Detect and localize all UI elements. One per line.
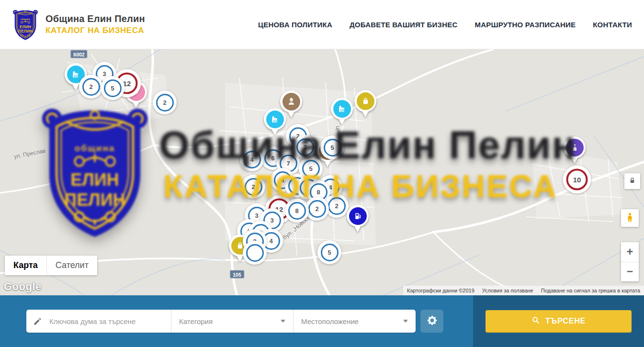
worker-icon <box>286 97 296 107</box>
cluster-marker[interactable]: 4 <box>240 147 264 171</box>
cluster-marker[interactable]: 2 <box>79 75 103 99</box>
location-select[interactable]: Местоположение <box>293 310 416 333</box>
chevron-down-icon <box>403 320 408 323</box>
cluster-marker[interactable]: 5 <box>320 135 344 159</box>
cluster-marker[interactable]: 2 <box>241 175 265 199</box>
nav-link-route-schedule[interactable]: МАРШРУТНО РАЗПИСАНИЕ <box>475 21 576 29</box>
cluster-marker[interactable]: 5 <box>101 76 124 100</box>
site-logo[interactable]: Община Елин Пелин КАТАЛОГ НА БИЗНЕСА <box>12 9 145 41</box>
search-panel: Категория Местоположение <box>0 295 473 347</box>
main-nav: ЦЕНОВА ПОЛИТИКАДОБАВЕТЕ ВАШИЯТ БИЗНЕСМАР… <box>258 21 632 29</box>
map-attribution: Картографски данни ©2019Условия за ползв… <box>403 286 644 295</box>
zoom-out-button[interactable]: − <box>621 262 639 282</box>
map-data-copyright: Картографски данни ©2019 <box>407 288 475 293</box>
map-type-control: Карта Сателит <box>5 256 97 275</box>
gear-icon <box>426 314 438 328</box>
cluster-marker[interactable]: 2 <box>153 90 177 114</box>
nav-link-pricing-policy[interactable]: ЦЕНОВА ПОЛИТИКА <box>258 21 332 29</box>
zoom-in-button[interactable]: + <box>621 242 639 262</box>
bag-icon <box>361 96 371 106</box>
cluster-marker[interactable]: 10 <box>563 166 591 194</box>
factory-icon <box>337 104 347 114</box>
search-icon <box>531 316 540 326</box>
advanced-settings-button[interactable] <box>420 310 443 333</box>
keyword-input[interactable] <box>48 317 164 326</box>
factory-icon <box>71 69 81 79</box>
pegman-button[interactable] <box>621 209 639 227</box>
pencil-icon <box>33 317 42 326</box>
site-title: Община Елин Пелин <box>45 13 145 24</box>
road-number-badge: 6002 <box>70 50 87 58</box>
category-select-label: Категория <box>179 317 213 325</box>
google-logo[interactable]: Google <box>4 280 42 293</box>
cluster-marker[interactable]: 5 <box>317 240 341 264</box>
keyword-field <box>26 310 171 333</box>
map-view-button[interactable]: Карта <box>5 256 46 275</box>
satellite-view-button[interactable]: Сателит <box>46 256 97 275</box>
terms-of-use-link[interactable]: Условия за ползване <box>482 288 533 293</box>
lock-button[interactable] <box>624 173 640 189</box>
category-select[interactable]: Категория <box>171 310 293 333</box>
search-bar: Категория Местоположение ТЪРСЕНЕ <box>0 295 644 347</box>
map-canvas[interactable]: Община Елин Пелин КАТАЛОГ НА БИЗНЕСА Кар… <box>0 49 644 295</box>
site-subtitle: КАТАЛОГ НА БИЗНЕСА <box>45 26 145 35</box>
search-input-group: Категория Местоположение <box>26 310 416 333</box>
site-header: Община Елин Пелин КАТАЛОГ НА БИЗНЕСА ЦЕН… <box>0 0 644 49</box>
pegman-icon <box>624 212 635 224</box>
factory-icon <box>270 114 280 124</box>
municipality-emblem-icon <box>12 9 38 41</box>
zoom-control: + − <box>621 242 639 281</box>
location-select-label: Местоположение <box>301 317 359 325</box>
church-icon <box>570 143 580 153</box>
fuel-icon <box>353 211 363 221</box>
cluster-marker[interactable]: 8 <box>285 199 309 223</box>
report-map-error-link[interactable]: Подаване на сигнал за грешка в картата <box>541 288 640 293</box>
search-button-label: ТЪРСЕНЕ <box>545 317 586 325</box>
search-button[interactable]: ТЪРСЕНЕ <box>486 310 632 333</box>
nav-link-contacts[interactable]: КОНТАКТИ <box>593 21 632 29</box>
chevron-down-icon <box>281 320 285 323</box>
road-number-badge: 105 <box>230 270 244 279</box>
cluster-marker[interactable] <box>243 241 267 265</box>
search-button-panel: ТЪРСЕНЕ <box>473 295 644 347</box>
lock-icon <box>629 177 636 186</box>
nav-link-add-your-business[interactable]: ДОБАВЕТЕ ВАШИЯТ БИЗНЕС <box>350 21 457 29</box>
